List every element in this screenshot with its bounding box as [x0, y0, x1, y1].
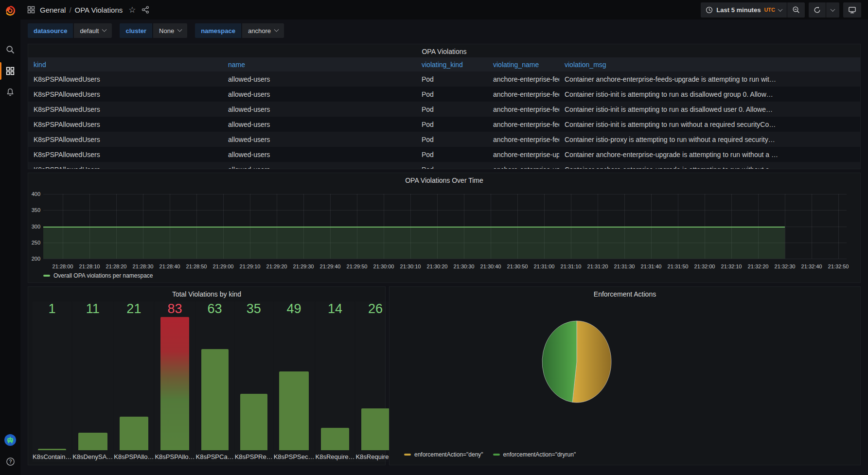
bar-slot [33, 317, 71, 450]
panel-title[interactable]: OPA Violations [28, 44, 860, 57]
table-column-header[interactable]: violating_name [488, 61, 559, 69]
pie-slice [542, 321, 577, 402]
table-cell: Pod [416, 90, 488, 98]
bar-value-label: 11 [72, 301, 113, 317]
clock-icon [706, 6, 713, 14]
bar-value-label: 83 [155, 301, 195, 317]
sidebar-item-alerting[interactable] [0, 82, 20, 103]
table-cell: K8sPSPAllowedUsers [28, 166, 223, 170]
table-row: K8sPSPAllowedUsersallowed-usersPodanchor… [28, 102, 860, 117]
zoom-out-button[interactable] [787, 2, 805, 18]
bar-slot [155, 317, 195, 450]
table-cell: anchore-enterprise-fee… [488, 90, 559, 98]
timeseries-legend-item[interactable]: Overall OPA violations per namespace [43, 272, 153, 279]
breadcrumb-folder[interactable]: General [40, 6, 66, 14]
x-axis-tick-label: 21:30:00 [373, 264, 394, 269]
table-column-header[interactable]: name [223, 61, 416, 69]
bar-slot [274, 317, 315, 450]
x-axis-tick-label: 21:28:10 [79, 264, 100, 269]
y-axis-tick-label: 350 [29, 207, 40, 213]
legend-series-label: enforcementAction="dryrun" [503, 451, 576, 458]
table-column-header[interactable]: violating_kind [416, 61, 488, 69]
monitor-icon [848, 6, 856, 14]
variable-value-cluster[interactable]: None [153, 23, 187, 38]
total-violations-by-kind-panel: Total Violations by kind 1K8sContain…11K… [28, 286, 386, 465]
active-indicator [0, 62, 1, 80]
x-axis-tick-label: 21:31:10 [561, 264, 582, 269]
table-cell: anchore-enterprise-upg… [488, 151, 559, 158]
x-axis-tick-label: 21:29:00 [213, 264, 234, 269]
table-cell: anchore-enterprise-fee… [488, 121, 559, 128]
table-cell: Container istio-proxy is attempting to r… [559, 136, 860, 143]
series-area [43, 227, 785, 259]
x-axis-tick-label: 21:30:30 [454, 264, 475, 269]
pie-legend-item[interactable]: enforcementAction="dryrun" [493, 451, 576, 458]
bar-value-label: 21 [114, 301, 154, 317]
sidebar: ? [0, 0, 20, 475]
x-axis-tick-label: 21:29:10 [240, 264, 261, 269]
time-range-picker[interactable]: Last 5 minutes UTC [701, 2, 787, 18]
breadcrumb-page-title[interactable]: OPA Violations [75, 6, 123, 14]
table-cell: Container istio-init is attempting to ru… [559, 106, 860, 113]
sidebar-item-search[interactable] [0, 39, 20, 60]
bar-slot [114, 317, 154, 450]
bar-value-label: 35 [235, 301, 273, 317]
bar-column: 83K8sPSPAllo… [155, 301, 195, 462]
enforcement-actions-panel: Enforcement Actions enforcementAction="d… [389, 286, 861, 465]
grafana-logo[interactable] [0, 0, 20, 21]
pie-chart [538, 318, 616, 405]
cycle-view-mode-button[interactable] [843, 2, 861, 18]
legend-series-marker [43, 275, 50, 277]
variable-value-datasource[interactable]: default [74, 23, 112, 38]
refresh-button[interactable] [809, 2, 826, 18]
bar-column: 49K8sPSPSec… [274, 301, 315, 462]
bar [38, 449, 66, 450]
table-row: K8sPSPAllowedUsersallowed-usersPodanchor… [28, 162, 860, 169]
pie-legend-item[interactable]: enforcementAction="deny" [404, 451, 483, 458]
top-navbar: General / OPA Violations ☆ Last 5 minute [20, 0, 868, 19]
bar-value-label: 1 [33, 301, 71, 317]
variable-value-namespace[interactable]: anchore [242, 23, 284, 38]
x-axis-tick-label: 21:32:00 [694, 264, 715, 269]
y-axis-tick-label: 250 [29, 240, 40, 246]
table-column-header[interactable]: violation_msg [559, 61, 860, 69]
bar-slot [316, 317, 355, 450]
time-range-label: Last 5 minutes [716, 6, 761, 14]
gridline-horizontal [43, 210, 847, 211]
x-axis-tick-label: 21:31:00 [534, 264, 555, 269]
grafana-dashboard: ? General / OPA Violations ☆ [0, 0, 868, 475]
table-cell: K8sPSPAllowedUsers [28, 121, 223, 128]
opa-violations-over-time-panel: OPA Violations Over Time 400350300250200… [28, 173, 861, 283]
bar-category-label: K8sRequire… [316, 450, 355, 462]
chevron-down-icon [102, 27, 107, 32]
bar-category-label: K8sContain… [33, 450, 71, 462]
share-icon [142, 6, 149, 14]
bar-column: 11K8sDenySA… [72, 301, 113, 462]
table-cell: Pod [416, 75, 488, 83]
gridline-horizontal [43, 259, 847, 259]
panel-title[interactable]: Total Violations by kind [28, 287, 385, 300]
panel-title[interactable]: OPA Violations Over Time [28, 173, 860, 186]
table-cell: anchore-enterprise-fee… [488, 75, 559, 83]
bar-column: 1K8sContain… [33, 301, 71, 462]
refresh-interval-dropdown[interactable] [826, 2, 839, 18]
bar [201, 349, 229, 450]
share-button[interactable] [142, 6, 149, 14]
sidebar-item-profile[interactable] [0, 429, 20, 451]
bar [78, 433, 107, 450]
variable-cluster: cluster None [120, 23, 187, 38]
x-axis-tick-label: 21:28:00 [53, 264, 73, 269]
table-cell: K8sPSPAllowedUsers [28, 151, 223, 158]
variable-selected-value: default [80, 27, 99, 35]
sidebar-item-help[interactable]: ? [0, 451, 20, 472]
star-button[interactable]: ☆ [128, 6, 136, 14]
panel-title[interactable]: Enforcement Actions [390, 287, 860, 300]
table-row: K8sPSPAllowedUsersallowed-usersPodanchor… [28, 147, 860, 162]
bar [361, 408, 390, 450]
sidebar-item-dashboards[interactable] [0, 60, 20, 82]
refresh-icon [814, 6, 821, 14]
legend-series-marker [404, 454, 411, 456]
table-cell: Pod [416, 151, 488, 158]
table-column-header[interactable]: kind [28, 61, 223, 69]
dashboard-variables: datasource default cluster None namespac… [20, 19, 868, 42]
